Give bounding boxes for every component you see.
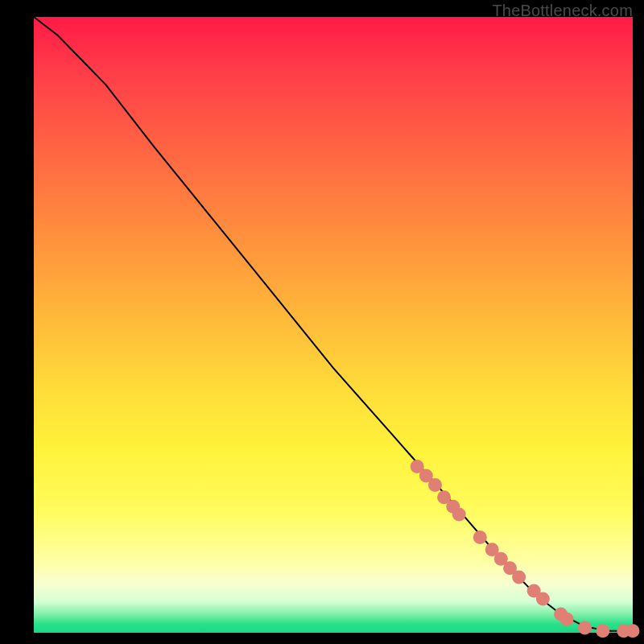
curve-marker bbox=[536, 592, 550, 605]
curve-marker bbox=[452, 508, 466, 522]
curve-marker bbox=[560, 613, 574, 626]
curve-line bbox=[34, 17, 633, 631]
curve-markers bbox=[411, 460, 640, 638]
curve-marker bbox=[428, 478, 442, 492]
curve-marker bbox=[512, 571, 526, 584]
curve-marker bbox=[578, 621, 592, 634]
curve-marker bbox=[596, 624, 609, 638]
curve-marker bbox=[473, 530, 487, 544]
chart-svg bbox=[34, 17, 633, 633]
chart-container: TheBottleneck.com bbox=[0, 0, 644, 644]
plot-area bbox=[34, 17, 633, 633]
curve-marker bbox=[626, 624, 640, 638]
watermark-text: TheBottleneck.com bbox=[492, 2, 633, 20]
